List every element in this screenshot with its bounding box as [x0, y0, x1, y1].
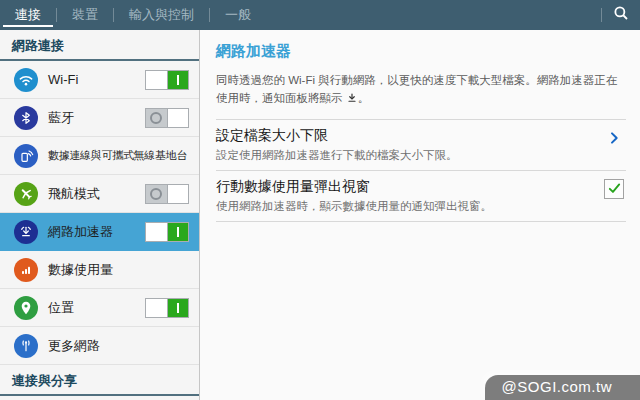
- sidebar-item-label: 藍牙: [48, 109, 74, 127]
- setting-row-min-file-size[interactable]: 設定檔案大小下限 設定使用網路加速器進行下載的檔案大小下限。: [216, 119, 626, 170]
- hotspot-icon: [14, 144, 38, 168]
- tab-input-control[interactable]: 輸入與控制: [114, 0, 209, 30]
- sidebar-item-label: 數據連線與可攜式無線基地台: [48, 148, 187, 163]
- detail-pane: 網路加速器 同時透過您的 Wi-Fi 與行動網路，以更快的速度下載大型檔案。網路…: [200, 30, 640, 400]
- sidebar-item-label: Wi-Fi: [48, 72, 78, 87]
- sidebar-item-more-networks[interactable]: 更多網路: [0, 327, 199, 365]
- sidebar-item-nearby-devices[interactable]: 附近裝置: [0, 396, 199, 400]
- watermark: @SOGI.com.tw: [485, 375, 640, 400]
- more-networks-icon: [14, 334, 38, 358]
- page-title: 網路加速器: [216, 42, 626, 61]
- download-booster-icon: [14, 220, 38, 244]
- sidebar-item-wifi[interactable]: Wi-Fi: [0, 61, 199, 99]
- sidebar-item-label: 飛航模式: [48, 185, 100, 203]
- bluetooth-icon: [14, 106, 38, 130]
- sidebar-item-airplane-mode[interactable]: 飛航模式: [0, 175, 199, 213]
- search-button[interactable]: [602, 0, 640, 30]
- tab-connections-label: 連接: [15, 7, 41, 22]
- download-indicator-icon: [346, 92, 358, 110]
- location-toggle[interactable]: [145, 298, 189, 318]
- tab-connections[interactable]: 連接: [0, 0, 56, 30]
- sidebar-item-data-usage[interactable]: 數據使用量: [0, 251, 199, 289]
- sidebar-item-label: 更多網路: [48, 337, 100, 355]
- sidebar-item-tethering-hotspot[interactable]: 數據連線與可攜式無線基地台: [0, 137, 199, 175]
- wifi-icon: [14, 68, 38, 92]
- setting-subtitle: 設定使用網路加速器進行下載的檔案大小下限。: [216, 148, 596, 163]
- chevron-right-icon: [606, 130, 622, 150]
- setting-row-data-usage-popup[interactable]: 行動數據使用量彈出視窗 使用網路加速器時，顯示數據使用量的通知彈出視窗。: [216, 170, 626, 222]
- tab-device-label: 裝置: [72, 7, 98, 22]
- sidebar-item-label: 數據使用量: [48, 261, 113, 279]
- bluetooth-toggle[interactable]: [145, 108, 189, 128]
- checkmark-icon: [607, 181, 622, 196]
- settings-sidebar: 網路連接 Wi-Fi 藍牙 數據連線與可攜式無線基地台: [0, 30, 200, 400]
- airplane-icon: [14, 182, 38, 206]
- topbar-spacer: [266, 0, 601, 30]
- airplane-mode-toggle[interactable]: [145, 184, 189, 204]
- setting-title: 設定檔案大小下限: [216, 127, 596, 145]
- tab-general[interactable]: 一般: [210, 0, 266, 30]
- sidebar-item-label: 位置: [48, 299, 74, 317]
- sidebar-item-download-booster[interactable]: 網路加速器: [0, 213, 199, 251]
- search-icon: [612, 4, 630, 26]
- sidebar-item-bluetooth[interactable]: 藍牙: [0, 99, 199, 137]
- location-icon: [14, 296, 38, 320]
- tab-device[interactable]: 裝置: [57, 0, 113, 30]
- top-tab-bar: 連接 裝置 輸入與控制 一般: [0, 0, 640, 30]
- sidebar-item-location[interactable]: 位置: [0, 289, 199, 327]
- sidebar-item-label: 網路加速器: [48, 223, 113, 241]
- tab-general-label: 一般: [225, 7, 251, 22]
- feature-description: 同時透過您的 Wi-Fi 與行動網路，以更快的速度下載大型檔案。網路加速器正在使…: [216, 72, 626, 110]
- data-usage-popup-checkbox[interactable]: [604, 179, 624, 199]
- setting-title: 行動數據使用量彈出視窗: [216, 178, 596, 196]
- feature-description-suffix: 。: [358, 92, 370, 104]
- main-layout: 網路連接 Wi-Fi 藍牙 數據連線與可攜式無線基地台: [0, 30, 640, 400]
- setting-subtitle: 使用網路加速器時，顯示數據使用量的通知彈出視窗。: [216, 199, 596, 214]
- download-booster-toggle[interactable]: [145, 222, 189, 242]
- wifi-toggle[interactable]: [145, 70, 189, 90]
- tab-input-control-label: 輸入與控制: [129, 7, 194, 22]
- section-header-connect-share: 連接與分享: [0, 365, 199, 396]
- feature-description-text: 同時透過您的 Wi-Fi 與行動網路，以更快的速度下載大型檔案。網路加速器正在使…: [216, 74, 617, 104]
- data-usage-icon: [14, 258, 38, 282]
- section-header-network-connections: 網路連接: [0, 30, 199, 61]
